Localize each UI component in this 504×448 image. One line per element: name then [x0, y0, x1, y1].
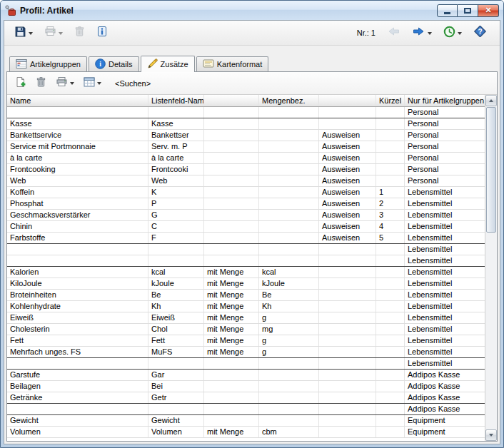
table-cell[interactable] [376, 404, 405, 414]
table-cell[interactable] [376, 415, 405, 426]
table-cell[interactable]: Lebensmittel [405, 210, 485, 220]
table-cell[interactable] [259, 370, 319, 380]
table-cell[interactable] [319, 267, 376, 278]
table-cell[interactable]: Fett [148, 335, 204, 346]
print-button[interactable] [41, 24, 66, 42]
table-cell[interactable]: cbm [259, 427, 319, 437]
table-cell[interactable]: Personal [405, 141, 485, 152]
table-cell[interactable] [204, 118, 259, 129]
table-cell[interactable]: Web [7, 175, 148, 186]
table-cell[interactable] [376, 290, 405, 300]
table-cell[interactable]: mit Menge [204, 301, 259, 312]
table-cell[interactable]: MuFS [148, 347, 204, 357]
table-cell[interactable]: mit Menge [204, 267, 259, 278]
table-cell[interactable]: Gar [148, 370, 204, 380]
table-cell[interactable]: Ausweisen [319, 233, 376, 243]
table-cell[interactable]: Ausweisen [319, 198, 376, 209]
table-cell[interactable] [204, 404, 259, 414]
table-cell[interactable]: Mehrfach unges. FS [7, 347, 148, 357]
table-row[interactable]: ChininCAusweisen4Lebensmittel [7, 221, 485, 233]
print-list-button[interactable] [53, 74, 77, 93]
next-record-dropdown-icon[interactable] [428, 32, 432, 35]
table-cell[interactable]: kcal [259, 267, 319, 278]
table-cell[interactable] [259, 233, 319, 243]
table-cell[interactable] [7, 244, 148, 255]
table-cell[interactable] [319, 255, 376, 266]
table-cell[interactable]: Lebensmittel [405, 267, 485, 278]
table-cell[interactable]: Bankettser [148, 130, 204, 141]
column-header[interactable]: Mengenbez. [259, 95, 319, 106]
table-view-dropdown-icon[interactable] [97, 82, 101, 85]
scroll-down-button[interactable] [485, 429, 497, 441]
table-cell[interactable] [204, 415, 259, 426]
table-cell[interactable] [376, 381, 405, 392]
table-row[interactable]: BeilagenBeiAddipos Kasse [7, 381, 485, 392]
table-cell[interactable]: Ausweisen [319, 164, 376, 175]
table-cell[interactable] [376, 324, 405, 335]
table-cell[interactable]: g [259, 312, 319, 323]
table-cell[interactable] [376, 107, 405, 118]
table-row[interactable]: KiloJoulekJoulemit MengekJouleLebensmitt… [7, 278, 485, 290]
table-cell[interactable]: Web [148, 175, 204, 186]
table-cell[interactable] [376, 175, 405, 186]
table-cell[interactable] [259, 118, 319, 129]
table-cell[interactable] [204, 153, 259, 163]
save-dropdown-icon[interactable] [29, 32, 33, 35]
table-cell[interactable] [319, 301, 376, 312]
table-cell[interactable] [204, 210, 259, 220]
table-cell[interactable] [259, 404, 319, 414]
table-cell[interactable]: Lebensmittel [405, 187, 485, 198]
table-cell[interactable]: Personal [405, 130, 485, 141]
table-cell[interactable] [376, 141, 405, 152]
table-cell[interactable]: Kohlenhydrate [7, 301, 148, 312]
column-header[interactable] [319, 95, 376, 106]
table-row[interactable]: FarbstoffeFAusweisen5Lebensmittel [7, 233, 485, 244]
table-cell[interactable] [259, 221, 319, 232]
table-cell[interactable]: Beilagen [7, 381, 148, 392]
table-cell[interactable]: kJoule [148, 278, 204, 289]
table-cell[interactable]: Personal [405, 118, 485, 129]
table-cell[interactable]: Farbstoffe [7, 233, 148, 243]
table-row[interactable]: KohlenhydrateKhmit MengeKhLebensmittel [7, 301, 485, 312]
table-cell[interactable] [204, 221, 259, 232]
table-cell[interactable] [376, 301, 405, 312]
table-cell[interactable]: 1 [376, 187, 405, 198]
column-header[interactable]: Kürzel [376, 95, 405, 106]
table-cell[interactable]: Cholesterin [7, 324, 148, 335]
table-cell[interactable]: Chinin [7, 221, 148, 232]
table-cell[interactable]: Lebensmittel [405, 278, 485, 289]
table-cell[interactable] [376, 164, 405, 175]
table-cell[interactable] [259, 107, 319, 118]
table-cell[interactable] [259, 381, 319, 392]
table-cell[interactable]: Lebensmittel [405, 198, 485, 209]
print-dropdown-icon[interactable] [59, 32, 63, 35]
table-cell[interactable]: G [148, 210, 204, 220]
table-cell[interactable]: Ausweisen [319, 175, 376, 186]
table-cell[interactable]: Volumen [7, 427, 148, 437]
table-cell[interactable] [376, 118, 405, 129]
table-cell[interactable]: Kasse [148, 118, 204, 129]
table-cell[interactable]: Personal [405, 153, 485, 163]
table-cell[interactable]: C [148, 221, 204, 232]
table-cell[interactable]: g [259, 347, 319, 357]
table-cell[interactable]: K [148, 187, 204, 198]
table-cell[interactable]: Eiweiß [148, 312, 204, 323]
table-cell[interactable]: Addipos Kasse [405, 370, 485, 380]
table-row[interactable]: GetränkeGetrAddipos Kasse [7, 392, 485, 404]
table-cell[interactable]: Geschmacksverstärker [7, 210, 148, 220]
table-row[interactable]: VolumenVolumenmit MengecbmEquipment [7, 427, 485, 438]
table-cell[interactable] [204, 358, 259, 369]
table-cell[interactable]: Lebensmittel [405, 358, 485, 369]
table-cell[interactable]: Lebensmittel [405, 255, 485, 266]
table-cell[interactable]: Lebensmittel [405, 301, 485, 312]
table-row[interactable]: EiweißEiweißmit MengegLebensmittel [7, 312, 485, 324]
table-cell[interactable]: mit Menge [204, 312, 259, 323]
table-cell[interactable]: à la carte [148, 153, 204, 163]
table-cell[interactable] [204, 198, 259, 209]
table-cell[interactable]: Service mit Portmonnaie [7, 141, 148, 152]
table-cell[interactable] [259, 141, 319, 152]
table-cell[interactable] [376, 358, 405, 369]
table-cell[interactable] [259, 187, 319, 198]
table-cell[interactable]: Be [148, 290, 204, 300]
table-cell[interactable]: Kalorien [7, 267, 148, 278]
